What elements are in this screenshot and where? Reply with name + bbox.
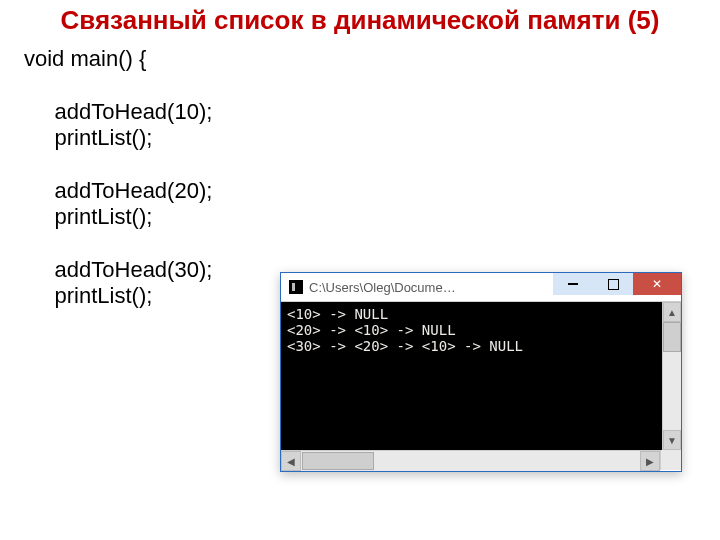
- window-controls: [553, 273, 681, 301]
- code-block: void main() { addToHead(10); printList()…: [24, 46, 720, 310]
- scroll-up-arrow-icon[interactable]: ▲: [663, 302, 681, 322]
- console-window: C:\Users\Oleg\Docume… <10> -> NULL <20> …: [280, 272, 682, 472]
- code-line: addToHead(30);: [55, 257, 213, 282]
- close-button[interactable]: [633, 273, 681, 295]
- console-titlebar[interactable]: C:\Users\Oleg\Docume…: [281, 273, 681, 302]
- scrollbar-corner: [660, 450, 681, 470]
- scroll-left-arrow-icon[interactable]: ◀: [281, 451, 301, 471]
- console-line: <10> -> NULL: [287, 306, 388, 322]
- code-line: addToHead(10);: [55, 99, 213, 124]
- code-line: void main() {: [24, 46, 146, 71]
- minimize-button[interactable]: [553, 273, 593, 295]
- code-line: printList();: [55, 204, 153, 229]
- console-app-icon: [289, 280, 303, 294]
- code-line: printList();: [55, 283, 153, 308]
- code-line: printList();: [55, 125, 153, 150]
- horizontal-scroll-thumb[interactable]: [302, 452, 374, 470]
- console-title-text: C:\Users\Oleg\Docume…: [309, 280, 553, 295]
- vertical-scrollbar[interactable]: ▲ ▼: [662, 302, 681, 450]
- console-line: <30> -> <20> -> <10> -> NULL: [287, 338, 523, 354]
- scroll-right-arrow-icon[interactable]: ▶: [640, 451, 660, 471]
- horizontal-scrollbar[interactable]: ◀ ▶: [281, 450, 660, 471]
- vertical-scroll-thumb[interactable]: [663, 322, 681, 352]
- console-line: <20> -> <10> -> NULL: [287, 322, 456, 338]
- scroll-down-arrow-icon[interactable]: ▼: [663, 430, 681, 450]
- slide-title: Связанный список в динамической памяти (…: [10, 6, 710, 36]
- console-output: <10> -> NULL <20> -> <10> -> NULL <30> -…: [281, 302, 662, 450]
- maximize-button[interactable]: [593, 273, 633, 295]
- code-line: addToHead(20);: [55, 178, 213, 203]
